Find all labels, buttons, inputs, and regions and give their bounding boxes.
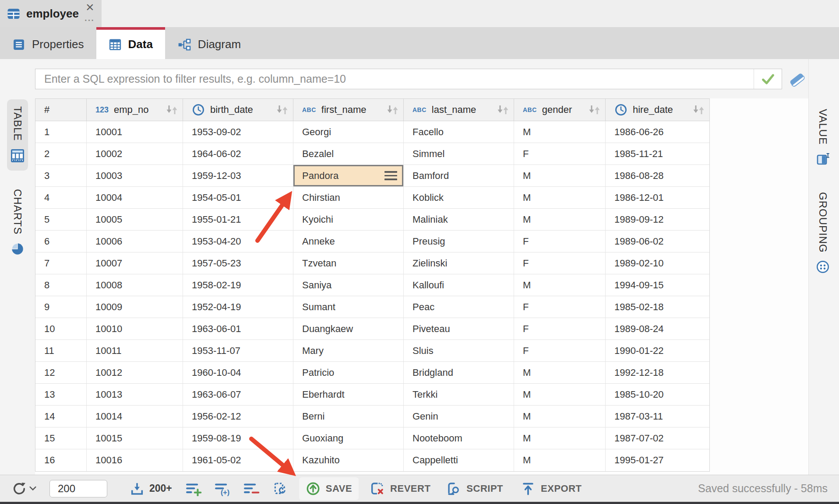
table-cell[interactable]: Kyoichi [293, 209, 404, 230]
table-cell[interactable]: 1985-02-18 [606, 296, 709, 318]
row-number-cell[interactable]: 7 [35, 252, 87, 274]
table-cell[interactable]: Chirstian [293, 187, 404, 208]
table-cell[interactable]: Maliniak [404, 209, 514, 230]
table-cell[interactable]: Facello [404, 121, 514, 143]
table-cell[interactable]: Piveteau [404, 318, 514, 340]
table-cell[interactable]: 1957-05-23 [183, 252, 293, 274]
table-cell[interactable]: Preusig [404, 231, 514, 252]
row-number-cell[interactable]: 14 [35, 406, 87, 427]
table-cell[interactable]: 10005 [87, 209, 183, 230]
table-cell[interactable]: 10004 [87, 187, 183, 208]
table-cell[interactable]: Simmel [404, 143, 514, 164]
table-cell[interactable]: M [514, 384, 606, 405]
table-cell[interactable]: F [514, 340, 606, 361]
rail-item-table[interactable]: TABLE [7, 99, 28, 171]
table-cell[interactable]: 1954-05-01 [183, 187, 293, 208]
table-cell[interactable]: Georgi [293, 121, 404, 143]
add-row-button[interactable] [185, 481, 202, 496]
tab-data[interactable]: Data [96, 27, 165, 59]
table-cell[interactable]: Bridgland [404, 362, 514, 383]
table-cell[interactable]: 10006 [87, 231, 183, 252]
revert-button[interactable]: REVERT [369, 481, 430, 496]
table-cell[interactable]: Terkki [404, 384, 514, 405]
table-cell[interactable]: F [514, 252, 606, 274]
table-cell[interactable]: Anneke [293, 231, 404, 252]
table-cell[interactable]: M [514, 406, 606, 427]
row-number-cell[interactable]: 13 [35, 384, 87, 405]
table-cell[interactable]: 10001 [87, 121, 183, 143]
rail-item-charts[interactable]: CHARTS [8, 182, 27, 262]
table-cell[interactable]: 10009 [87, 296, 183, 318]
table-cell[interactable]: Cappelletti [404, 449, 514, 471]
table-cell[interactable]: 10014 [87, 406, 183, 427]
table-cell[interactable]: 1953-11-07 [183, 340, 293, 361]
table-cell[interactable]: 1987-07-02 [606, 427, 709, 449]
table-cell[interactable]: 1985-10-20 [606, 384, 709, 405]
table-cell[interactable]: Bezalel [293, 143, 404, 164]
delete-row-button[interactable] [243, 481, 260, 496]
table-cell[interactable]: Sumant [293, 296, 404, 318]
table-cell[interactable]: 1986-06-26 [606, 121, 709, 143]
table-cell[interactable]: 10002 [87, 143, 183, 164]
row-number-cell[interactable]: 10 [35, 318, 87, 340]
table-cell[interactable]: 1990-01-22 [606, 340, 709, 361]
tab-properties[interactable]: Properties [0, 27, 96, 59]
table-cell[interactable]: Genin [404, 406, 514, 427]
table-cell[interactable]: F [514, 143, 606, 164]
script-button[interactable]: SCRIPT [445, 481, 503, 496]
table-cell[interactable]: 1964-06-02 [183, 143, 293, 164]
table-cell[interactable]: Mary [293, 340, 404, 361]
sql-filter-input[interactable] [35, 69, 754, 89]
row-number-cell[interactable]: 15 [35, 427, 87, 449]
table-cell[interactable]: 1989-08-24 [606, 318, 709, 340]
table-cell[interactable]: 10011 [87, 340, 183, 361]
row-number-cell[interactable]: 8 [35, 274, 87, 296]
sort-icon[interactable] [587, 104, 601, 116]
duplicate-row-button[interactable] [272, 481, 288, 496]
table-cell[interactable]: Peac [404, 296, 514, 318]
rail-item-value[interactable]: VALUE [813, 102, 832, 173]
table-cell[interactable]: 10012 [87, 362, 183, 383]
row-number-cell[interactable]: 4 [35, 187, 87, 208]
table-cell[interactable]: Kalloufi [404, 274, 514, 296]
table-cell[interactable]: Eberhardt [293, 384, 404, 405]
table-cell[interactable]: 1960-10-04 [183, 362, 293, 383]
column-header-first_name[interactable]: ABCfirst_name [293, 99, 404, 121]
sort-icon[interactable] [275, 104, 289, 116]
rail-item-grouping[interactable]: GROUPING [813, 185, 832, 281]
save-button[interactable]: SAVE [299, 477, 359, 500]
table-cell[interactable]: Sluis [404, 340, 514, 361]
row-number-cell[interactable]: 5 [35, 209, 87, 230]
table-cell[interactable]: 1986-12-01 [606, 187, 709, 208]
table-cell[interactable]: Duangkaew [293, 318, 404, 340]
table-cell[interactable]: M [514, 362, 606, 383]
column-header-rownum[interactable]: # [35, 99, 87, 121]
table-cell[interactable]: M [514, 274, 606, 296]
sort-icon[interactable] [691, 104, 705, 116]
table-cell[interactable]: 1963-06-07 [183, 384, 293, 405]
table-cell[interactable]: 1989-09-12 [606, 209, 709, 230]
table-cell[interactable]: M [514, 187, 606, 208]
table-cell[interactable]: Koblick [404, 187, 514, 208]
table-cell[interactable]: 1961-05-02 [183, 449, 293, 471]
table-cell[interactable]: 1985-11-21 [606, 143, 709, 164]
table-cell[interactable]: 1989-06-02 [606, 231, 709, 252]
apply-filter-button[interactable] [754, 69, 782, 89]
table-cell[interactable]: Kazuhito [293, 449, 404, 471]
table-cell[interactable]: 10007 [87, 252, 183, 274]
table-cell[interactable]: F [514, 296, 606, 318]
close-tab-icon[interactable]: × [85, 0, 95, 15]
table-cell[interactable]: 1987-03-11 [606, 406, 709, 427]
row-number-cell[interactable]: 3 [35, 165, 87, 186]
row-number-cell[interactable]: 9 [35, 296, 87, 318]
sort-icon[interactable] [385, 104, 399, 116]
table-cell[interactable]: 1989-02-10 [606, 252, 709, 274]
tab-overflow-icon[interactable]: ··· [85, 16, 95, 24]
table-cell[interactable]: Saniya [293, 274, 404, 296]
table-cell[interactable]: 1963-06-01 [183, 318, 293, 340]
table-cell[interactable]: Zielinski [404, 252, 514, 274]
fetch-all-button[interactable]: 200+ [129, 481, 172, 496]
row-number-cell[interactable]: 16 [35, 449, 87, 471]
table-cell[interactable]: 1953-04-20 [183, 231, 293, 252]
table-cell[interactable]: 1953-09-02 [183, 121, 293, 143]
